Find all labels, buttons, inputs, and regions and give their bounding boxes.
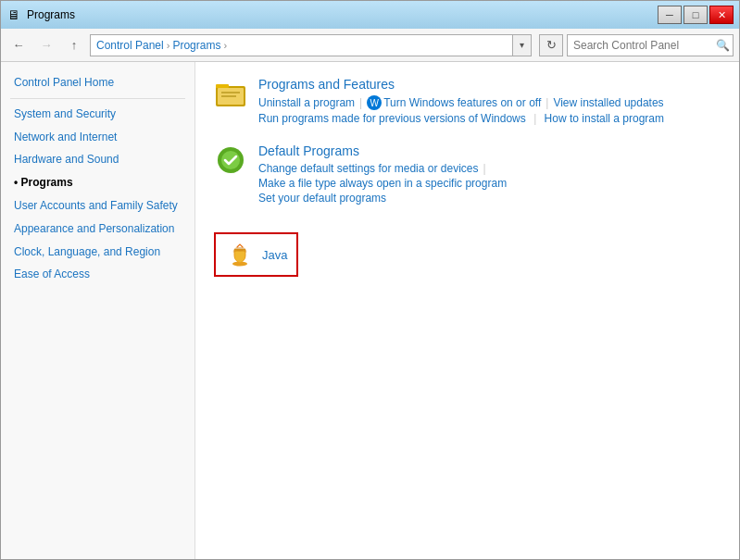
link-sep-4: | — [483, 162, 485, 175]
minimize-button[interactable]: ─ — [658, 6, 682, 24]
sidebar: Control Panel Home System and Security N… — [1, 62, 195, 559]
sidebar-item-useraccounts[interactable]: User Accounts and Family Safety — [1, 194, 194, 218]
section-header-pf: Programs and Features Uninstall a progra… — [214, 77, 721, 125]
svg-rect-4 — [221, 95, 236, 97]
programs-features-title[interactable]: Programs and Features — [258, 77, 664, 92]
breadcrumb: Control Panel › Programs › — [96, 39, 227, 52]
search-box[interactable]: 🔍 — [567, 34, 734, 56]
title-bar-left: 🖥 Programs — [6, 7, 75, 22]
path-separator: › — [167, 40, 170, 51]
java-item[interactable]: Java — [214, 232, 298, 277]
section-content-pf: Programs and Features Uninstall a progra… — [258, 77, 664, 125]
default-programs-title[interactable]: Default Programs — [258, 143, 721, 158]
back-button[interactable]: ← — [6, 33, 31, 57]
svg-rect-1 — [216, 84, 229, 88]
link-sep-3: | — [533, 112, 536, 125]
section-link-row-dp: Set your default programs — [258, 192, 721, 205]
programs-and-features-section: Programs and Features Uninstall a progra… — [214, 77, 721, 125]
java-icon — [225, 240, 255, 269]
default-programs-section: Default Programs Change default settings… — [214, 143, 721, 205]
link-viewupdates[interactable]: View installed updates — [553, 96, 663, 109]
address-dropdown[interactable]: ▾ — [513, 34, 532, 56]
main-window: 🖥 Programs ─ □ ✕ ← → ↑ Control Panel › P… — [0, 0, 740, 560]
sidebar-item-easeofaccess[interactable]: Ease of Access — [1, 263, 194, 286]
programs-features-icon — [214, 77, 247, 110]
svg-rect-3 — [221, 92, 240, 93]
breadcrumb-controlpanel[interactable]: Control Panel — [96, 39, 164, 52]
link-winfeatures[interactable]: Turn Windows features on or off — [383, 96, 541, 109]
address-bar: ← → ↑ Control Panel › Programs › ▾ ↻ 🔍 — [1, 29, 739, 62]
sidebar-item-controlpanelhome[interactable]: Control Panel Home — [1, 71, 194, 94]
sidebar-item-appearance[interactable]: Appearance and Personalization — [1, 218, 194, 241]
title-bar-controls: ─ □ ✕ — [658, 6, 734, 24]
title-bar: 🖥 Programs ─ □ ✕ — [1, 1, 739, 29]
sidebar-item-programs[interactable]: Programs — [1, 171, 194, 194]
up-button[interactable]: ↑ — [62, 33, 86, 57]
section-links-pf: Uninstall a program | W Turn Windows fea… — [258, 95, 664, 110]
sidebar-item-clock[interactable]: Clock, Language, and Region — [1, 241, 194, 264]
section-content-dp: Default Programs Change default settings… — [258, 143, 721, 205]
link-filetypes[interactable]: Make a file type always open in a specif… — [258, 177, 507, 190]
window-title: Programs — [27, 8, 75, 21]
link-sep-2: | — [546, 96, 548, 109]
maximize-button[interactable]: □ — [684, 6, 708, 24]
windows-features-icon: W — [367, 95, 382, 110]
window-icon: 🖥 — [6, 7, 21, 22]
link-howtoinstall[interactable]: How to install a program — [545, 112, 664, 125]
java-label: Java — [262, 248, 287, 262]
refresh-button[interactable]: ↻ — [539, 34, 563, 56]
link-prevversions[interactable]: Run programs made for previous versions … — [258, 112, 526, 125]
link-changemedia[interactable]: Change default settings for media or dev… — [258, 162, 478, 175]
link-uninstall[interactable]: Uninstall a program — [258, 96, 355, 109]
content-area: Programs and Features Uninstall a progra… — [195, 62, 739, 559]
search-icon: 🔍 — [716, 39, 730, 52]
default-programs-icon — [214, 143, 247, 177]
section-links-dp: Change default settings for media or dev… — [258, 162, 721, 190]
breadcrumb-programs[interactable]: Programs — [172, 39, 220, 52]
address-path[interactable]: Control Panel › Programs › — [90, 34, 513, 56]
sidebar-item-hardwaresound[interactable]: Hardware and Sound — [1, 148, 194, 171]
link-sep-1: | — [359, 96, 362, 109]
sidebar-divider-1 — [10, 98, 185, 99]
sidebar-item-networkinternet[interactable]: Network and Internet — [1, 126, 194, 149]
path-separator2: › — [223, 40, 227, 51]
sidebar-item-systemsecurity[interactable]: System and Security — [1, 103, 194, 126]
section-link-row-2: Run programs made for previous versions … — [258, 112, 664, 125]
close-button[interactable]: ✕ — [709, 6, 734, 24]
search-input[interactable] — [573, 39, 712, 52]
section-header-dp: Default Programs Change default settings… — [214, 143, 721, 205]
forward-button[interactable]: → — [34, 33, 58, 57]
link-setdefaults[interactable]: Set your default programs — [258, 192, 386, 205]
main-area: Control Panel Home System and Security N… — [1, 62, 739, 559]
